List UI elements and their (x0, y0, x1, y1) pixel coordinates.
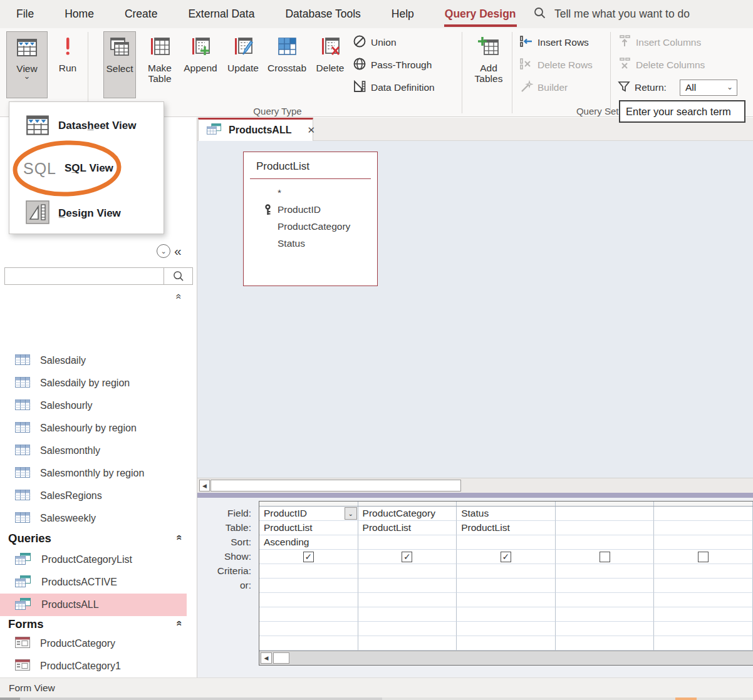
menu-query-design[interactable]: Query Design (444, 1, 517, 27)
or-cell[interactable] (358, 579, 457, 593)
make-table-button[interactable]: Make Table (140, 31, 179, 98)
select-query-button[interactable]: Select (103, 31, 136, 98)
sidebar-item-productcategory1[interactable]: ProductCategory1 (0, 655, 187, 677)
empty-cell[interactable] (457, 593, 556, 607)
tables-collapse-icon[interactable]: » (172, 296, 184, 299)
menu-help[interactable]: Help (391, 1, 415, 27)
empty-cell[interactable] (259, 622, 358, 636)
collapse-icon[interactable]: » (173, 537, 184, 540)
empty-cell[interactable] (358, 607, 457, 622)
or-cell[interactable] (457, 579, 556, 593)
field-cell-4[interactable] (654, 507, 753, 521)
add-tables-button[interactable]: Add Tables (470, 31, 507, 98)
sidebar-item-salesdaily-by-region[interactable]: Salesdaily by region (0, 372, 187, 394)
sidebar-item-salesdaily[interactable]: Salesdaily (0, 349, 187, 372)
sort-cell-3[interactable] (556, 535, 655, 550)
scrollbar-thumb[interactable] (210, 480, 461, 492)
show-checkbox[interactable] (698, 552, 709, 562)
empty-cell[interactable] (654, 607, 753, 622)
field-dropdown-icon[interactable]: ⌄ (345, 507, 357, 520)
pane-splitter[interactable] (197, 493, 753, 498)
menu-file[interactable]: File (16, 1, 34, 27)
field-cell-1[interactable]: ProductCategory (358, 507, 457, 521)
field-status[interactable]: Status (244, 235, 377, 252)
criteria-cell[interactable] (556, 564, 655, 579)
empty-cell[interactable] (654, 622, 753, 636)
delete-query-button[interactable]: Delete (312, 31, 348, 98)
return-select[interactable]: All ⌄ (680, 80, 737, 96)
show-checkbox[interactable]: ✓ (501, 552, 511, 562)
sort-cell-0[interactable]: Ascending (259, 535, 358, 550)
empty-cell[interactable] (654, 636, 753, 651)
data-definition-button[interactable]: Data Definition (353, 79, 435, 96)
criteria-cell[interactable] (457, 564, 556, 579)
empty-cell[interactable] (358, 622, 457, 636)
or-cell[interactable] (556, 579, 655, 593)
collapse-icon[interactable]: » (173, 622, 184, 626)
show-checkbox[interactable]: ✓ (402, 552, 412, 562)
empty-cell[interactable] (556, 607, 655, 622)
view-button[interactable]: View ⌄ (6, 31, 48, 98)
search-icon[interactable] (164, 268, 192, 284)
menu-create[interactable]: Create (124, 1, 158, 27)
sidebar-item-saleshourly-by-region[interactable]: Saleshourly by region (0, 417, 187, 440)
tell-me-search[interactable]: Tell me what you want to do (534, 0, 690, 28)
field-productcategory[interactable]: ProductCategory (244, 218, 377, 235)
sidebar-item-productcategorylist[interactable]: ProductCategoryList (0, 548, 187, 571)
nav-search-input[interactable] (4, 267, 193, 285)
table-cell-1[interactable]: ProductList (358, 521, 457, 535)
menu-item-sql-view[interactable]: SQL SQ̲L View (9, 152, 164, 185)
productlist-table-card[interactable]: ProductList * ProductID ProductCategory … (243, 152, 378, 286)
empty-cell[interactable] (457, 636, 556, 651)
update-button[interactable]: Update (224, 31, 262, 98)
criteria-cell[interactable] (358, 564, 457, 579)
sidebar-item-productcategory[interactable]: ProductCategory (0, 632, 187, 655)
sidebar-item-productsall-selected[interactable]: ProductsALL (0, 594, 187, 616)
field-cell-3[interactable] (556, 507, 655, 521)
empty-cell[interactable] (457, 622, 556, 636)
table-cell-2[interactable]: ProductList (457, 521, 556, 535)
table-cell-0[interactable]: ProductList (259, 521, 358, 535)
run-button[interactable]: Run (53, 31, 82, 98)
empty-cell[interactable] (358, 593, 457, 607)
scroll-left-button[interactable]: ◀ (199, 480, 210, 492)
empty-cell[interactable] (259, 607, 358, 622)
or-cell[interactable] (259, 579, 358, 593)
table-cell-4[interactable] (654, 521, 753, 535)
pass-through-button[interactable]: Pass-Through (353, 56, 432, 74)
criteria-cell[interactable] (654, 564, 753, 579)
empty-cell[interactable] (259, 636, 358, 651)
shutter-close-icon[interactable]: « (174, 244, 182, 259)
sidebar-item-saleshourly[interactable]: Saleshourly (0, 394, 187, 417)
grid-horizontal-scrollbar[interactable]: ◀ (259, 651, 753, 665)
empty-cell[interactable] (556, 636, 655, 651)
sidebar-item-salesregions[interactable]: SalesRegions (0, 485, 187, 507)
sidebar-item-salesweekly[interactable]: Salesweekly (0, 507, 187, 530)
or-cell[interactable] (654, 579, 753, 593)
field-productid[interactable]: ProductID (244, 201, 377, 218)
forms-section-header[interactable]: Forms » (0, 614, 187, 635)
insert-rows-button[interactable]: Insert Rows (519, 34, 589, 51)
sort-cell-1[interactable] (358, 535, 457, 550)
scrollbar-thumb[interactable] (273, 652, 289, 664)
menu-item-design-view[interactable]: D̲esign View (9, 196, 164, 231)
empty-cell[interactable] (556, 593, 655, 607)
sidebar-item-salesmonthly-by-region[interactable]: Salesmonthly by region (0, 462, 187, 485)
show-checkbox[interactable]: ✓ (303, 552, 314, 562)
sort-cell-4[interactable] (654, 535, 753, 550)
tab-productsall[interactable]: ProductsALL ✕ (198, 118, 313, 141)
empty-cell[interactable] (654, 593, 753, 607)
menu-database-tools[interactable]: Database Tools (284, 1, 361, 27)
queries-section-header[interactable]: Queries » (0, 528, 187, 549)
empty-cell[interactable] (556, 622, 655, 636)
table-cell-3[interactable] (556, 521, 655, 535)
criteria-cell[interactable] (259, 564, 358, 579)
sidebar-item-salesmonthly[interactable]: Salesmonthly (0, 440, 187, 462)
grid-column-headers[interactable] (259, 502, 753, 507)
show-checkbox[interactable] (600, 552, 610, 562)
menu-item-datasheet-view[interactable]: Datash̲eet View (9, 110, 164, 142)
empty-cell[interactable] (259, 593, 358, 607)
scroll-left-button[interactable]: ◀ (261, 652, 272, 664)
menu-external-data[interactable]: External Data (187, 1, 255, 27)
query-design-surface[interactable]: ProductList * ProductID ProductCategory … (197, 141, 753, 478)
